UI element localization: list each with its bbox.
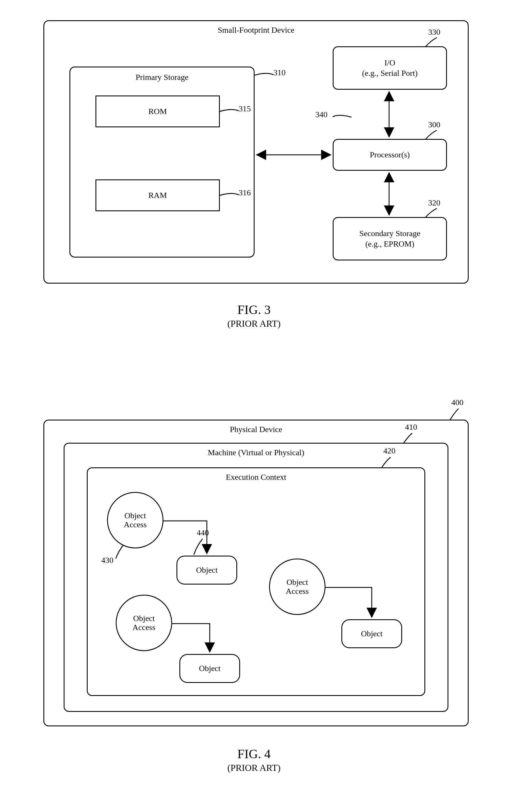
leader-330 (425, 38, 442, 49)
secondary-storage-box: Secondary Storage (e.g., EPROM) (333, 217, 447, 260)
rom-box: ROM (95, 95, 220, 127)
processor-label: Processor(s) (370, 150, 410, 159)
arrow-oa3 (326, 587, 375, 622)
fig3-subcap: (PRIOR ART) (0, 318, 508, 329)
fig4-subcap: (PRIOR ART) (0, 763, 508, 773)
leader-316 (220, 192, 240, 201)
arrow-io-proc (385, 90, 393, 139)
fig3-caption: FIG. 3 (0, 302, 508, 317)
leader-430 (116, 545, 127, 560)
ref-400: 400 (451, 398, 463, 407)
leader-440 (194, 539, 208, 556)
ref-316: 316 (239, 188, 251, 197)
object-1-label: Object (196, 565, 218, 575)
leader-300 (425, 130, 442, 142)
rom-label: ROM (149, 107, 167, 116)
ref-440: 440 (197, 528, 209, 537)
ref-430: 430 (101, 556, 114, 565)
leader-315 (220, 108, 240, 117)
arrow-proc-secondary (385, 171, 393, 217)
object-access-3: Object Access (269, 559, 326, 615)
object-2: Object (179, 654, 240, 683)
ref-310: 310 (273, 68, 286, 77)
ref-320: 320 (428, 198, 440, 207)
object-3-label: Object (361, 629, 383, 638)
io-label: I/O (e.g., Serial Port) (362, 57, 417, 79)
fig3-title: Small-Footprint Device (44, 26, 468, 35)
primary-storage-box: Primary Storage (70, 67, 255, 257)
leader-400 (450, 409, 467, 421)
object-access-2: Object Access (116, 595, 172, 651)
ref-420: 420 (383, 446, 395, 455)
primary-storage-label: Primary Storage (70, 73, 254, 82)
processor-box: Processor(s) (333, 139, 447, 171)
arrow-storage-proc (255, 151, 333, 159)
leader-340 (333, 114, 353, 122)
ref-315: 315 (239, 104, 251, 114)
ram-label: RAM (149, 191, 167, 200)
ram-box: RAM (95, 179, 220, 211)
object-1: Object (176, 556, 237, 584)
secondary-label: Secondary Storage (e.g., EPROM) (359, 228, 420, 249)
execution-context-label: Execution Context (88, 473, 424, 482)
object-access-1: Object Access (107, 492, 163, 549)
arrow-oa2 (172, 623, 213, 657)
object-3: Object (341, 619, 402, 648)
object-2-label: Object (199, 664, 221, 673)
io-box: I/O (e.g., Serial Port) (333, 46, 447, 90)
ref-330: 330 (428, 28, 440, 37)
physical-device-label: Physical Device (44, 425, 468, 434)
ref-340: 340 (315, 110, 328, 119)
leader-310 (255, 72, 275, 80)
ref-410: 410 (405, 422, 417, 432)
leader-410 (404, 433, 421, 445)
ref-300: 300 (428, 120, 440, 129)
leader-420 (382, 457, 399, 469)
fig4-caption: FIG. 4 (0, 746, 508, 761)
leader-320 (425, 208, 442, 220)
